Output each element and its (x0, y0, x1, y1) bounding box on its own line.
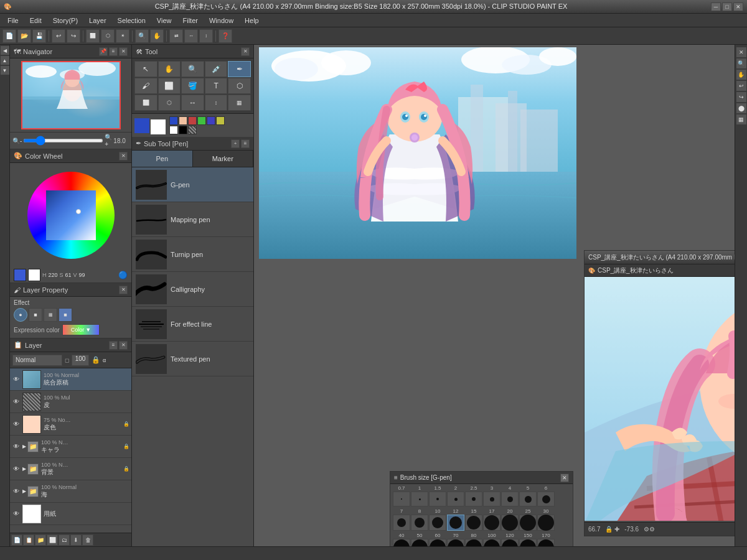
toolbar-help[interactable]: ❓ (218, 29, 232, 43)
navigator-close-btn[interactable]: ✕ (119, 47, 128, 56)
tool-panel-close-btn[interactable]: ✕ (241, 47, 250, 56)
layer-copy-btn[interactable]: 📋 (23, 534, 34, 546)
layer-vis-1[interactable]: 👁 (11, 397, 21, 407)
brush-dot-30[interactable] (537, 515, 555, 531)
layer-item-6[interactable]: 👁 用紙 (10, 503, 131, 525)
brush-dot-70[interactable] (447, 539, 464, 546)
close-button[interactable]: ✕ (733, 2, 743, 11)
brush-dot-5[interactable] (519, 492, 537, 506)
left-strip-icon-3[interactable]: ▼ (1, 66, 9, 75)
brush-dot-3[interactable] (483, 492, 500, 506)
menu-edit[interactable]: Edit (25, 16, 47, 26)
effect-btn-pattern[interactable]: ▦ (44, 308, 57, 322)
effect-btn-circle[interactable]: ● (14, 308, 27, 322)
tool-eyedrop[interactable]: 💉 (205, 61, 228, 77)
right-icon-5[interactable]: ↪ (736, 92, 746, 102)
brush-dot-80[interactable] (465, 539, 482, 546)
layer-vis-0[interactable]: 👁 (11, 375, 21, 385)
toolbar-undo[interactable]: ↩ (52, 29, 65, 43)
palette-chip-2[interactable] (188, 116, 197, 125)
nav-zoom-out-btn[interactable]: 🔍- (12, 138, 22, 144)
tool-pen[interactable]: ✒ (228, 61, 251, 77)
subtool-item-effect[interactable]: For effect line (132, 307, 253, 342)
menu-help[interactable]: Help (240, 16, 264, 26)
brush-dot-7[interactable] (393, 515, 410, 531)
menu-filter[interactable]: Filter (178, 16, 203, 26)
brush-dot-12-active[interactable] (447, 515, 464, 531)
subtool-item-mapping[interactable]: Mapping pen (132, 202, 253, 237)
brush-dot-10[interactable] (429, 515, 446, 531)
tool-zoom[interactable]: 🔍 (181, 61, 204, 77)
subtool-tab-marker[interactable]: Marker (193, 151, 254, 167)
brush-dot-4[interactable] (501, 492, 519, 506)
layer-vis-2[interactable]: 👁 (11, 419, 21, 429)
menu-window[interactable]: Window (204, 16, 238, 26)
layer-delete-btn[interactable]: 🗑 (82, 534, 93, 546)
layer-vis-5[interactable]: 👁 (11, 487, 21, 497)
brush-dot-15[interactable] (429, 492, 446, 506)
layer-panel-close-btn[interactable]: ✕ (119, 341, 128, 350)
toolbar-flip-h[interactable]: ↔ (184, 29, 198, 43)
subtool-item-calligraphy[interactable]: Calligraphy (132, 272, 253, 307)
main-canvas[interactable] (259, 47, 576, 259)
toolbar-open[interactable]: 📂 (17, 29, 31, 43)
right-icon-3[interactable]: ✋ (736, 70, 746, 80)
subtool-item-textured[interactable]: Textured pen (132, 342, 253, 376)
layer-expand-3[interactable]: ▶ (22, 444, 26, 449)
minimize-button[interactable]: ─ (711, 2, 721, 11)
palette-chip-4[interactable] (207, 116, 215, 125)
toolbar-flip-v[interactable]: ↕ (199, 29, 213, 43)
layer-expand-4[interactable]: ▶ (22, 466, 26, 472)
layer-property-close-btn[interactable]: ✕ (119, 286, 128, 294)
brush-dot-6[interactable] (537, 492, 555, 506)
right-icon-4[interactable]: ↩ (736, 81, 746, 91)
sub-canvas-tab-label[interactable]: CSP_講座_秋津たいらさん (598, 266, 674, 275)
layer-item-5[interactable]: 👁 ▶ 📁 100 % Normal 海 (10, 480, 131, 503)
subtool-item-turnip[interactable]: Turnip pen (132, 237, 253, 272)
menu-layer[interactable]: Layer (84, 16, 111, 26)
layer-item-1[interactable]: 👁 100 % Mul 皮 (10, 391, 131, 413)
layer-new-btn[interactable]: 📄 (11, 534, 22, 546)
right-icon-1[interactable]: ✕ (736, 47, 746, 57)
brush-dot-170[interactable] (537, 539, 555, 546)
subtool-menu-btn[interactable]: ≡ (241, 139, 250, 148)
brush-dot-8[interactable] (411, 515, 428, 531)
subtool-item-gpen[interactable]: G-pen (132, 167, 253, 202)
left-strip-icon-1[interactable]: ◀ (1, 46, 9, 55)
brush-dot-150[interactable] (519, 539, 537, 546)
palette-chip-1[interactable] (179, 116, 187, 125)
brush-dot-20[interactable] (501, 515, 519, 531)
palette-chip-8[interactable] (188, 126, 197, 134)
navigator-menu-btn[interactable]: ≡ (109, 47, 118, 56)
effect-btn-color[interactable]: ■ (59, 308, 72, 322)
color-wheel-ring[interactable] (27, 172, 115, 259)
tool-select-lasso[interactable]: ⬡ (158, 95, 181, 111)
subtool-tab-pen[interactable]: Pen (132, 151, 193, 167)
tool-eraser[interactable]: ⬜ (158, 78, 181, 94)
right-icon-2[interactable]: 🔍 (736, 58, 746, 68)
brush-dot-07[interactable] (393, 492, 410, 506)
toolbar-select-lasso[interactable]: ⬡ (101, 29, 115, 43)
background-color-indicator[interactable] (28, 269, 40, 281)
left-strip-icon-2[interactable]: ▲ (1, 56, 9, 65)
foreground-color-indicator[interactable] (14, 269, 26, 281)
toolbar-redo[interactable]: ↪ (67, 29, 80, 43)
layer-mask-btn[interactable]: ⬜ (47, 534, 58, 546)
fg-color-chip[interactable] (134, 118, 149, 133)
layer-vis-3[interactable]: 👁 (11, 442, 21, 452)
layer-vis-4[interactable]: 👁 (11, 464, 21, 474)
brush-dot-25[interactable] (465, 492, 482, 506)
tool-hand[interactable]: ✋ (158, 61, 181, 77)
brush-size-close-btn[interactable]: ✕ (560, 474, 569, 482)
tool-select-rect[interactable]: ⬜ (134, 95, 157, 111)
color-wheel-gradient[interactable] (46, 190, 96, 240)
brush-dot-2[interactable] (447, 492, 464, 506)
menu-story[interactable]: Story(P) (48, 16, 83, 26)
navigator-pin-btn[interactable]: 📌 (99, 47, 108, 56)
toolbar-new[interactable]: 📄 (2, 29, 16, 43)
layer-folder-btn[interactable]: 🗂 (59, 534, 70, 546)
color-picker-icon[interactable]: 🔵 (118, 271, 128, 279)
tool-gradient[interactable]: ▦ (228, 95, 251, 111)
layer-vis-6[interactable]: 👁 (11, 509, 21, 519)
toolbar-select-magic[interactable]: ✴ (116, 29, 129, 43)
